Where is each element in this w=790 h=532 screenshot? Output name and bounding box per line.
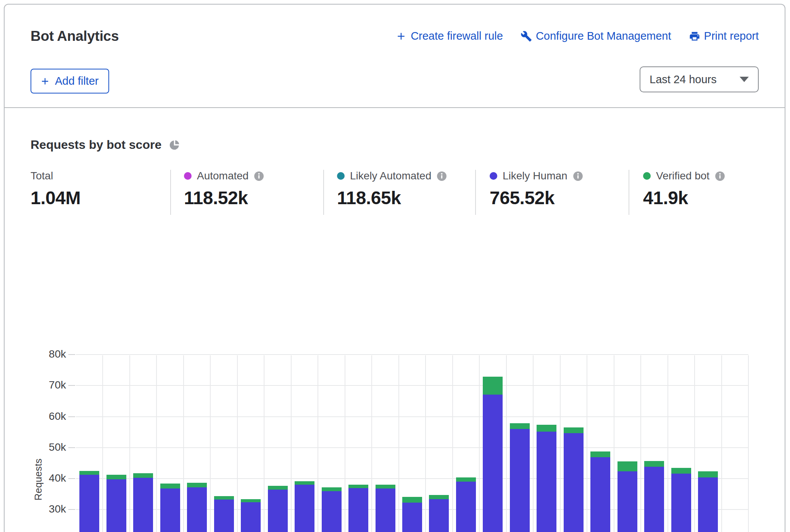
bar-segment-likely-human: [322, 491, 342, 532]
stat-label: Automated: [197, 170, 248, 182]
y-tick-label: 80k: [20, 348, 66, 360]
bar-8-00-pm: [214, 496, 234, 532]
bar-segment-likely-human: [483, 395, 503, 532]
v-gridline: [560, 355, 561, 532]
bar-segment-likely-human: [698, 477, 718, 532]
section-heading: Requests by bot score: [31, 138, 181, 152]
bar-segment-likely-human: [456, 482, 476, 532]
stat-label: Likely Automated: [350, 170, 431, 182]
h-gridline: [76, 354, 748, 355]
stat-automated: Automated118.52k: [170, 170, 264, 215]
chevron-down-icon: [740, 77, 749, 82]
bar-segment-verified-bot: [187, 483, 207, 487]
bar-segment-verified-bot: [214, 496, 234, 500]
y-tick-mark: [68, 385, 75, 386]
print-report-link[interactable]: Print report: [689, 30, 759, 42]
v-gridline: [640, 355, 641, 532]
bar-2-00-pm: [698, 471, 718, 532]
info-icon[interactable]: [715, 171, 725, 181]
bar-segment-likely-human: [268, 490, 288, 532]
stat-verified-bot: Verified bot41.9k: [629, 170, 725, 215]
y-tick-mark: [68, 416, 75, 417]
section-title: Requests by bot score: [31, 138, 161, 152]
bar-12-00-pm: [644, 461, 664, 532]
bar-10-00-am: [590, 451, 610, 532]
bar-9-00-am: [564, 427, 584, 532]
header: Bot Analytics Create firewall rule Confi…: [5, 5, 785, 108]
bar-segment-likely-human: [429, 499, 449, 532]
add-filter-button[interactable]: Add filter: [31, 69, 109, 94]
bar-12-00-am: [322, 487, 342, 532]
configure-bot-management-link[interactable]: Configure Bot Management: [521, 30, 671, 42]
y-tick-mark: [68, 509, 75, 510]
v-gridline: [264, 355, 264, 532]
stat-label: Verified bot: [656, 170, 709, 182]
bar-segment-verified-bot: [456, 477, 476, 482]
create-firewall-rule-link[interactable]: Create firewall rule: [395, 30, 503, 42]
configure-bot-management-label: Configure Bot Management: [536, 30, 671, 42]
stat-value: 41.9k: [643, 187, 725, 208]
bar-segment-likely-human: [671, 474, 691, 532]
analytics-card: Bot Analytics Create firewall rule Confi…: [4, 4, 785, 532]
v-gridline: [398, 355, 399, 532]
y-tick-label: 50k: [20, 441, 66, 453]
v-gridline: [748, 355, 749, 532]
v-gridline: [721, 355, 722, 532]
bar-5-00-am: [456, 477, 476, 532]
info-icon[interactable]: [254, 171, 264, 181]
v-gridline: [614, 355, 614, 532]
y-tick-label: 60k: [20, 410, 66, 422]
page-title: Bot Analytics: [31, 28, 119, 44]
v-gridline: [371, 355, 372, 532]
h-gridline: [76, 416, 748, 417]
bar-segment-verified-bot: [106, 475, 126, 479]
bar-segment-likely-human: [79, 475, 99, 532]
stat-label: Likely Human: [503, 170, 568, 182]
bar-segment-likely-human: [214, 500, 234, 532]
bar-1-00-am: [348, 485, 368, 532]
bar-segment-verified-bot: [348, 485, 368, 488]
bar-1-00-pm: [671, 468, 691, 532]
bar-segment-verified-bot: [241, 499, 261, 502]
pie-chart-icon: [168, 139, 181, 151]
y-tick-mark: [68, 478, 75, 479]
legend-dot: [490, 172, 497, 180]
v-gridline: [667, 355, 668, 532]
v-gridline: [506, 355, 507, 532]
bar-segment-likely-human: [402, 503, 422, 532]
v-gridline: [183, 355, 184, 532]
header-actions: Create firewall rule Configure Bot Manag…: [395, 30, 759, 42]
v-gridline: [237, 355, 238, 532]
bar-6-00-am: [483, 377, 503, 532]
legend-dot: [184, 172, 192, 180]
bar-segment-verified-bot: [564, 427, 584, 433]
v-gridline: [210, 355, 211, 532]
stats-row: Total1.04MAutomated118.52kLikely Automat…: [5, 170, 785, 215]
v-gridline: [345, 355, 345, 532]
bar-segment-likely-human: [590, 457, 610, 532]
v-gridline: [533, 355, 534, 532]
plus-icon: [395, 31, 407, 42]
bar-2-00-am: [376, 485, 395, 532]
v-gridline: [318, 355, 318, 532]
time-range-select[interactable]: Last 24 hours: [640, 66, 759, 92]
info-icon[interactable]: [437, 171, 447, 181]
stat-likely-human: Likely Human765.52k: [475, 170, 583, 215]
info-icon[interactable]: [573, 171, 583, 181]
y-tick-mark: [68, 447, 75, 448]
bar-segment-likely-human: [510, 429, 530, 532]
bar-segment-verified-bot: [133, 473, 153, 478]
v-gridline: [694, 355, 695, 532]
stat-total: Total1.04M: [31, 170, 81, 215]
bar-segment-verified-bot: [483, 377, 503, 395]
bar-segment-verified-bot: [617, 461, 637, 471]
bar-9-00-pm: [241, 499, 261, 532]
h-gridline: [76, 385, 748, 386]
y-tick-label: 70k: [20, 379, 66, 391]
bar-segment-likely-human: [241, 502, 261, 532]
bar-11-00-pm: [295, 481, 314, 532]
stat-value: 118.52k: [184, 187, 264, 208]
v-gridline: [587, 355, 587, 532]
bar-segment-verified-bot: [79, 471, 99, 475]
time-range-value: Last 24 hours: [650, 73, 717, 86]
